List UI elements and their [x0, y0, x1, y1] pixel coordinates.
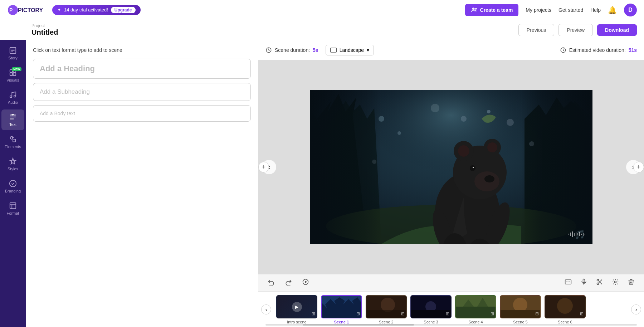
scene-label-5: Scene 5: [513, 320, 527, 324]
clock-icon: [265, 47, 272, 53]
scene-thumb-img-1: ⊞: [321, 295, 362, 318]
scene-label-3: Scene 3: [424, 320, 438, 324]
svg-point-72: [615, 281, 616, 283]
project-header: Project Untitled Previous Preview Downlo…: [0, 20, 644, 40]
canvas-area: Scene duration: 5s Landscape ▾ Estimated…: [258, 40, 644, 327]
settings-icon: [612, 278, 619, 285]
user-avatar[interactable]: D: [624, 4, 637, 16]
svg-point-75: [381, 298, 395, 312]
delete-button[interactable]: [625, 277, 637, 289]
estimated-value: 51s: [629, 47, 637, 53]
scissors-icon: [596, 278, 603, 285]
story-icon: [9, 47, 17, 54]
microphone-button[interactable]: [578, 277, 590, 289]
logo[interactable]: P PICTORY: [7, 4, 47, 16]
delete-icon: [628, 278, 635, 285]
svg-point-30: [458, 145, 469, 157]
sidebar-item-audio[interactable]: Audio: [1, 87, 24, 108]
sidebar: Story NEW Visuals Audio: [0, 40, 26, 327]
preview-button[interactable]: Preview: [558, 24, 593, 36]
sidebar-item-elements[interactable]: Elements: [1, 132, 24, 152]
project-label: Project: [31, 23, 58, 28]
play-button[interactable]: [300, 277, 311, 289]
notification-icon[interactable]: 🔔: [608, 6, 617, 14]
add-scene-left-button[interactable]: +: [258, 162, 269, 172]
scene-duration: Scene duration: 5s: [265, 47, 318, 53]
scene-thumb-5[interactable]: ⊞ Scene 5: [500, 295, 541, 324]
scene-duration-value[interactable]: 5s: [313, 47, 318, 53]
upgrade-button[interactable]: Upgrade: [111, 7, 136, 13]
redo-icon: [285, 278, 292, 285]
project-breadcrumb-area: Project Untitled: [31, 23, 58, 36]
estimated-clock-icon: [560, 47, 566, 53]
timeline-nav-right[interactable]: ›: [631, 304, 641, 314]
sidebar-item-branding[interactable]: Branding: [1, 176, 24, 197]
thumb-overlay-intro: ⊞: [312, 311, 315, 316]
chevron-down-icon: ▾: [367, 47, 369, 53]
scene-thumb-1[interactable]: ⊞ Scene 1: [321, 295, 362, 324]
sidebar-story-label: Story: [8, 56, 18, 60]
scene-thumb-img-5: ⊞: [500, 295, 541, 318]
get-started-link[interactable]: Get started: [558, 7, 583, 13]
scissors-button[interactable]: [594, 277, 605, 289]
thumb-overlay-2: ⊞: [401, 311, 405, 316]
undo-button[interactable]: [265, 277, 277, 289]
timeline-nav-left[interactable]: ‹: [261, 304, 271, 314]
scene-thumb-4[interactable]: ⊞ Scene 4: [455, 295, 496, 324]
redo-button[interactable]: [283, 277, 294, 289]
svg-point-36: [473, 167, 474, 168]
svg-rect-66: [583, 279, 585, 283]
panel-instruction: Click on text format type to add to scen…: [33, 47, 251, 53]
add-subheading-button[interactable]: Add a Subheading: [33, 83, 251, 101]
my-projects-link[interactable]: My projects: [526, 7, 551, 13]
scene-thumb-3[interactable]: ⊞ Scene 3: [410, 295, 452, 324]
scene-duration-label: Scene duration:: [275, 47, 310, 53]
create-team-button[interactable]: Create a team: [465, 4, 519, 16]
scene-thumb-img-4: ⊞: [455, 295, 496, 318]
sidebar-item-visuals[interactable]: NEW Visuals: [1, 65, 24, 86]
audio-icon: [9, 91, 17, 99]
sidebar-elements-label: Elements: [5, 145, 21, 149]
add-heading-button[interactable]: Add a Heading: [33, 59, 251, 79]
add-scene-right-button[interactable]: +: [633, 162, 644, 172]
scene-label-6: Scene 6: [558, 320, 572, 324]
svg-point-44: [507, 119, 514, 126]
format-icon: [9, 202, 17, 210]
svg-point-34: [484, 175, 494, 182]
download-button[interactable]: Download: [597, 24, 637, 36]
team-icon: [471, 7, 477, 13]
svg-text:PICTORY: PICTORY: [18, 7, 43, 13]
scene-thumb-6[interactable]: ⊞ Scene 6: [545, 295, 586, 324]
help-link[interactable]: Help: [590, 7, 601, 13]
landscape-selector[interactable]: Landscape ▾: [326, 45, 374, 55]
add-body-button[interactable]: Add a Body text: [33, 105, 251, 122]
sidebar-item-text[interactable]: Text: [1, 109, 24, 130]
settings-button[interactable]: [610, 277, 621, 289]
sidebar-item-story[interactable]: Story: [1, 43, 24, 64]
waveform-icon: [568, 230, 586, 239]
captions-button[interactable]: [562, 277, 574, 289]
previous-button[interactable]: Previous: [518, 24, 554, 36]
timeline-scrollbar-thumb: [303, 324, 414, 326]
project-actions: Previous Preview Download: [518, 24, 637, 36]
timeline: ‹ ▶ ⊞ Intro scene: [258, 291, 644, 327]
sidebar-item-styles[interactable]: Styles: [1, 154, 24, 175]
scene-thumb-2[interactable]: ⊞ Scene 2: [366, 295, 407, 324]
scene-label-2: Scene 2: [379, 320, 393, 324]
thumb-overlay-6: ⊞: [580, 311, 584, 316]
landscape-label: Landscape: [340, 47, 364, 53]
microphone-icon: [580, 278, 587, 285]
project-title: Untitled: [31, 28, 58, 36]
svg-rect-80: [456, 307, 496, 318]
thumb-overlay-3: ⊞: [446, 311, 449, 316]
scene-thumb-intro[interactable]: ▶ ⊞ Intro scene: [276, 295, 317, 324]
scene-thumb-img-2: ⊞: [366, 295, 407, 318]
estimated-label: Estimated video duration:: [569, 47, 626, 53]
timeline-scrollbar[interactable]: [265, 324, 637, 326]
sidebar-item-format[interactable]: Format: [1, 198, 24, 219]
sidebar-styles-label: Styles: [8, 167, 18, 171]
scene6-thumbnail-svg: [545, 296, 585, 318]
scene-label-4: Scene 4: [468, 320, 483, 324]
captions-icon: [565, 278, 572, 285]
svg-point-15: [10, 96, 12, 98]
